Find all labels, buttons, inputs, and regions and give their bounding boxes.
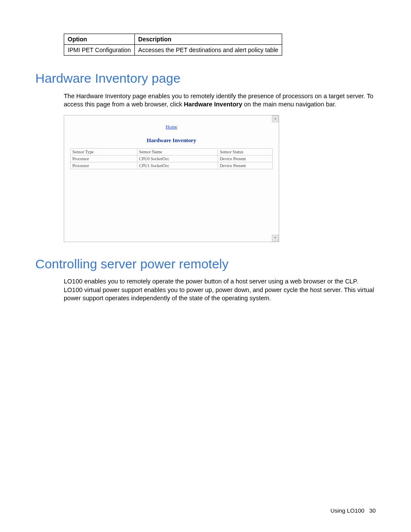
cell: Device Present bbox=[218, 162, 273, 169]
cell: CPU0 SocketOcc bbox=[137, 155, 218, 162]
hardware-inventory-paragraph: The Hardware Inventory page enables you … bbox=[64, 92, 376, 109]
sensor-type-header: Sensor Type bbox=[71, 148, 137, 155]
hardware-inventory-screenshot: ▴ ▾ Home Hardware Inventory Sensor Type … bbox=[64, 115, 279, 242]
section-heading-hardware-inventory: Hardware Inventory page bbox=[35, 71, 376, 86]
home-link[interactable]: Home bbox=[70, 124, 273, 129]
description-cell: Accesses the PET destinations and alert … bbox=[134, 45, 282, 56]
table-row: IPMI PET Configuration Accesses the PET … bbox=[64, 45, 282, 56]
page-footer: Using LO100 30 bbox=[330, 507, 376, 514]
sensor-name-header: Sensor Name bbox=[137, 148, 218, 155]
table-row: Processor CPU0 SocketOcc Device Present bbox=[71, 155, 273, 162]
footer-text: Using LO100 bbox=[330, 507, 364, 514]
sensor-table: Sensor Type Sensor Name Sensor Status Pr… bbox=[70, 148, 273, 169]
controlling-power-paragraph: LO100 enables you to remotely operate th… bbox=[64, 277, 376, 303]
cell: CPU1 SocketOcc bbox=[137, 162, 218, 169]
section-heading-controlling-power: Controlling server power remotely bbox=[35, 257, 376, 271]
scroll-up-icon: ▴ bbox=[272, 115, 279, 122]
cell: Processor bbox=[71, 155, 137, 162]
option-table: Option Description IPMI PET Configuratio… bbox=[64, 34, 282, 56]
scroll-down-icon: ▾ bbox=[272, 235, 279, 242]
screenshot-title: Hardware Inventory bbox=[70, 137, 273, 144]
description-header: Description bbox=[134, 34, 282, 45]
para-text: on the main menu navigation bar. bbox=[242, 101, 336, 108]
option-header: Option bbox=[64, 34, 135, 45]
cell: Device Present bbox=[218, 155, 273, 162]
cell: Processor bbox=[71, 162, 137, 169]
table-row: Processor CPU1 SocketOcc Device Present bbox=[71, 162, 273, 169]
sensor-status-header: Sensor Status bbox=[218, 148, 273, 155]
option-cell: IPMI PET Configuration bbox=[64, 45, 135, 56]
page-number: 30 bbox=[369, 507, 376, 514]
para-bold: Hardware Inventory bbox=[184, 101, 242, 108]
